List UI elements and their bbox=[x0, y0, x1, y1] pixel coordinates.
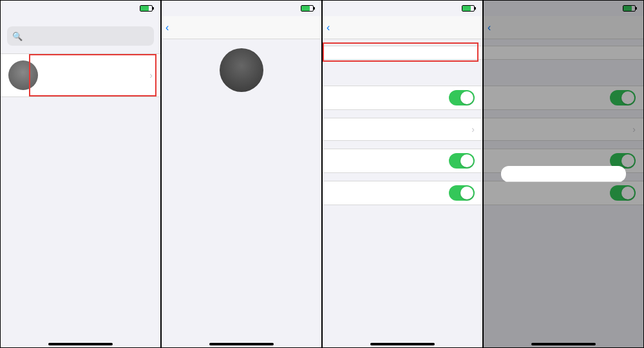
screen-3-itunes-appstore: ‹ › bbox=[322, 0, 483, 348]
auto-downloads-header bbox=[323, 68, 482, 78]
nav-bar: ‹ bbox=[323, 16, 482, 39]
search-icon: 🔍 bbox=[12, 32, 23, 41]
status-bar bbox=[1, 1, 160, 16]
video-footer bbox=[323, 141, 482, 149]
auto-footer bbox=[323, 78, 482, 86]
action-sheet bbox=[501, 166, 625, 182]
page-title bbox=[1, 16, 160, 26]
screen-1-settings: 🔍 › bbox=[0, 0, 161, 348]
toggle[interactable] bbox=[449, 185, 475, 201]
video-autoplay-row[interactable]: › bbox=[323, 118, 482, 141]
home-indicator[interactable] bbox=[48, 343, 113, 345]
faceid-note bbox=[323, 60, 482, 68]
itunes-content: › bbox=[323, 39, 482, 347]
status-bar bbox=[323, 1, 482, 16]
use-mobile-data-row[interactable] bbox=[323, 86, 482, 110]
chevron-left-icon: ‹ bbox=[166, 23, 169, 33]
offload-footer bbox=[323, 205, 482, 213]
screen-4-action-sheet: ‹ › bbox=[483, 0, 644, 348]
chevron-right-icon: › bbox=[149, 70, 153, 80]
search-input[interactable]: 🔍 bbox=[7, 26, 154, 46]
avatar bbox=[8, 60, 38, 90]
back-button[interactable]: ‹ bbox=[327, 23, 331, 33]
apple-id-row[interactable] bbox=[323, 46, 482, 60]
settings-content: 🔍 › bbox=[1, 16, 160, 347]
chevron-left-icon: ‹ bbox=[327, 23, 330, 33]
battery-icon bbox=[462, 5, 475, 12]
profile-header bbox=[162, 48, 321, 102]
back-button[interactable]: ‹ bbox=[166, 23, 170, 33]
ratings-row[interactable] bbox=[323, 149, 482, 173]
mobile-footer bbox=[323, 110, 482, 118]
nav-bar: ‹ bbox=[162, 16, 321, 39]
profile-row[interactable]: › bbox=[1, 53, 160, 97]
avatar[interactable] bbox=[220, 48, 263, 92]
modal-overlay[interactable] bbox=[484, 1, 643, 347]
status-bar bbox=[162, 1, 321, 16]
home-indicator[interactable] bbox=[370, 343, 435, 345]
offload-row[interactable] bbox=[323, 181, 482, 205]
sheet-header bbox=[501, 166, 625, 182]
home-indicator[interactable] bbox=[209, 343, 274, 345]
toggle[interactable] bbox=[449, 153, 475, 169]
apple-id-content bbox=[162, 39, 321, 347]
battery-icon bbox=[301, 5, 314, 12]
battery-icon bbox=[140, 5, 153, 12]
screen-2-apple-id: ‹ bbox=[161, 0, 322, 348]
chevron-right-icon: › bbox=[471, 124, 475, 134]
ratings-footer bbox=[323, 173, 482, 181]
toggle[interactable] bbox=[449, 90, 475, 105]
